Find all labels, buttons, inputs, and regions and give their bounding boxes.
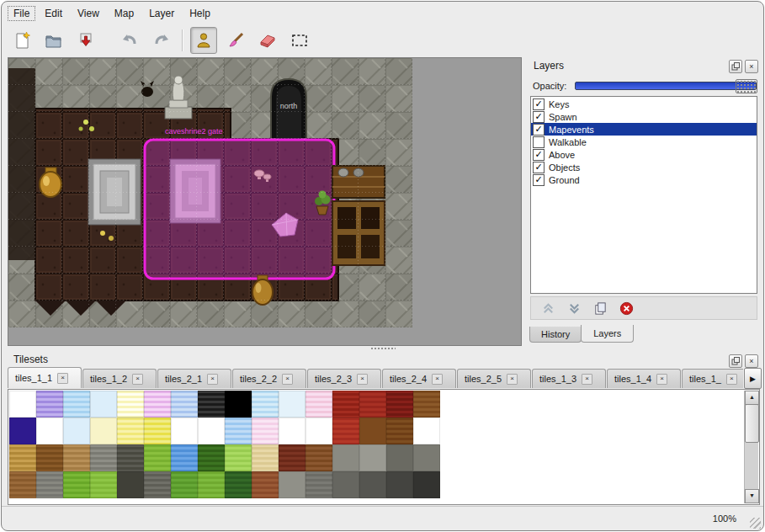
palette-tile[interactable]: [9, 444, 36, 471]
tileset-tab-tiles_2_4[interactable]: tiles_2_4×: [382, 369, 456, 388]
palette-tile[interactable]: [252, 391, 279, 418]
tileset-tab-close-icon[interactable]: ×: [726, 374, 737, 385]
palette-tile[interactable]: [332, 471, 359, 498]
palette-tile[interactable]: [305, 444, 332, 471]
menu-layer[interactable]: Layer: [142, 5, 181, 22]
layer-visibility-checkbox[interactable]: ✓: [533, 162, 545, 173]
scroll-up-button[interactable]: ▲: [745, 391, 759, 405]
palette-tile[interactable]: [252, 418, 279, 444]
scroll-down-button[interactable]: ▼: [745, 489, 759, 503]
palette-tile[interactable]: [144, 391, 171, 418]
layer-row-above[interactable]: ✓Above: [531, 148, 757, 161]
layer-visibility-checkbox[interactable]: ✓: [533, 98, 545, 110]
palette-tile[interactable]: [63, 471, 90, 498]
tileset-tab-tiles_2_2[interactable]: tiles_2_2×: [232, 369, 306, 388]
tileset-tab-tiles_1_4[interactable]: tiles_1_4×: [607, 369, 681, 388]
palette-tile[interactable]: [279, 444, 305, 471]
opacity-slider-handle[interactable]: [736, 79, 757, 93]
palette-tile[interactable]: [171, 471, 198, 498]
tileset-tab-close-icon[interactable]: ×: [582, 374, 592, 385]
palette-tile[interactable]: [36, 418, 63, 444]
tileset-tab-close-icon[interactable]: ×: [282, 374, 293, 385]
palette-tile[interactable]: [252, 471, 279, 498]
save-button[interactable]: [72, 27, 99, 54]
palette-tile[interactable]: [413, 391, 440, 418]
layer-row-keys[interactable]: ✓Keys: [531, 98, 757, 110]
brush-tool-button[interactable]: [222, 27, 249, 54]
layer-move-down-button[interactable]: [566, 300, 582, 317]
palette-tile[interactable]: [9, 471, 36, 498]
palette-tile[interactable]: [413, 471, 440, 498]
palette-tile[interactable]: [90, 444, 117, 471]
palette-tile[interactable]: [171, 418, 198, 444]
tileset-tab-close-icon[interactable]: ×: [57, 373, 68, 384]
tileset-tab-close-icon[interactable]: ×: [357, 374, 368, 385]
rect-select-tool-button[interactable]: [286, 27, 313, 54]
redo-button[interactable]: [148, 27, 175, 54]
palette-tile[interactable]: [225, 418, 252, 444]
resize-grip[interactable]: [750, 518, 761, 529]
tileset-tab-tiles_1_[interactable]: tiles_1_×: [682, 369, 743, 388]
palette-tile[interactable]: [359, 471, 386, 498]
palette-tile[interactable]: [386, 444, 413, 471]
opacity-slider[interactable]: [575, 82, 757, 90]
stamp-tool-button[interactable]: [190, 27, 217, 54]
palette-tile[interactable]: [63, 391, 90, 418]
tileset-tab-tiles_2_1[interactable]: tiles_2_1×: [157, 369, 231, 388]
palette-tile[interactable]: [413, 444, 440, 471]
layers-close-button[interactable]: ×: [745, 60, 758, 73]
palette-tile[interactable]: [90, 418, 117, 444]
map-canvas[interactable]: north: [8, 57, 522, 346]
eraser-tool-button[interactable]: [254, 27, 281, 54]
palette-tile[interactable]: [63, 418, 90, 444]
horizontal-splitter[interactable]: [2, 346, 763, 352]
palette-tile[interactable]: [9, 418, 36, 444]
palette-tile[interactable]: [332, 444, 359, 471]
palette-tile[interactable]: [117, 444, 144, 471]
palette-tile[interactable]: [386, 418, 413, 444]
palette-tile[interactable]: [9, 391, 36, 418]
tileset-tab-close-icon[interactable]: ×: [432, 374, 443, 385]
palette-tile[interactable]: [171, 444, 198, 471]
palette-tile[interactable]: [413, 418, 440, 444]
layer-row-spawn[interactable]: ✓Spawn: [531, 110, 757, 123]
layers-float-button[interactable]: [729, 60, 742, 73]
palette-tile[interactable]: [305, 418, 332, 444]
menu-edit[interactable]: Edit: [38, 5, 69, 22]
palette-tile[interactable]: [279, 471, 305, 498]
layer-visibility-checkbox[interactable]: ✓: [533, 149, 545, 161]
layer-duplicate-button[interactable]: [592, 300, 608, 317]
layer-delete-button[interactable]: [618, 300, 635, 317]
palette-tile[interactable]: [198, 391, 225, 418]
palette-tile[interactable]: [144, 444, 171, 471]
palette-tile[interactable]: [332, 418, 359, 444]
tileset-tab-tiles_1_2[interactable]: tiles_1_2×: [82, 369, 157, 388]
undo-button[interactable]: [116, 27, 143, 54]
dock-tab-layers[interactable]: Layers: [581, 325, 634, 343]
palette-tile[interactable]: [359, 444, 386, 471]
palette-tile[interactable]: [279, 418, 305, 444]
palette-tile[interactable]: [144, 471, 171, 498]
menu-help[interactable]: Help: [183, 5, 217, 22]
tileset-tab-close-icon[interactable]: ×: [132, 374, 143, 385]
palette-tile[interactable]: [90, 471, 117, 498]
palette-scrollbar[interactable]: ▲ ▼: [744, 391, 758, 503]
palette-tile[interactable]: [171, 391, 198, 418]
palette-tile[interactable]: [386, 471, 413, 498]
palette-tile[interactable]: [144, 418, 171, 444]
tileset-tab-close-icon[interactable]: ×: [656, 374, 667, 385]
menu-file[interactable]: File: [7, 5, 36, 22]
tileset-tab-close-icon[interactable]: ×: [207, 374, 218, 385]
layer-visibility-checkbox[interactable]: ✓: [533, 111, 545, 123]
layer-row-ground[interactable]: ✓Ground: [531, 173, 757, 186]
palette-tile[interactable]: [305, 471, 332, 498]
tileset-tabs-scroll-right-button[interactable]: ▶: [744, 368, 762, 389]
palette-tile[interactable]: [63, 444, 90, 471]
palette-tile[interactable]: [359, 391, 386, 418]
tileset-tab-tiles_2_5[interactable]: tiles_2_5×: [457, 369, 531, 388]
palette-tile[interactable]: [386, 391, 413, 418]
tileset-tab-tiles_2_3[interactable]: tiles_2_3×: [307, 369, 381, 388]
palette-tile[interactable]: [252, 444, 279, 471]
menu-view[interactable]: View: [71, 5, 106, 22]
tilesets-close-button[interactable]: ×: [745, 354, 758, 368]
